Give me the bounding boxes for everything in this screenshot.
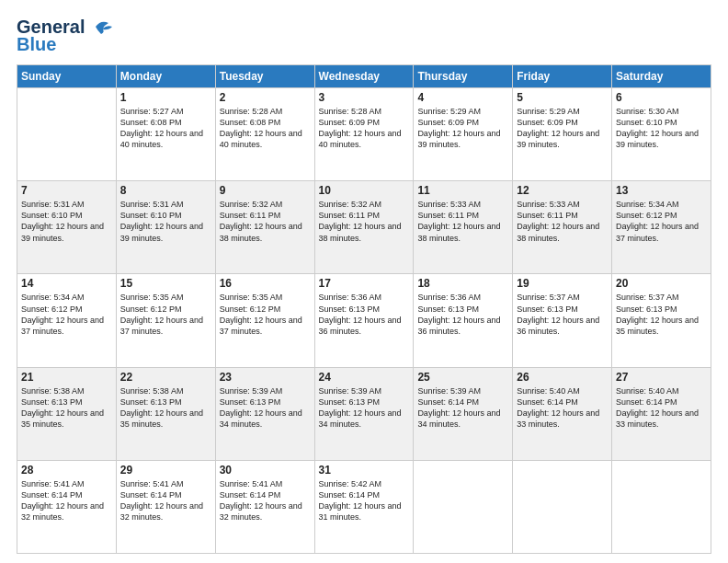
calendar-cell: 15Sunrise: 5:35 AM Sunset: 6:12 PM Dayli… <box>116 274 215 367</box>
day-info: Sunrise: 5:28 AM Sunset: 6:08 PM Dayligh… <box>220 106 311 151</box>
day-number: 22 <box>120 371 211 384</box>
calendar-cell: 27Sunrise: 5:40 AM Sunset: 6:14 PM Dayli… <box>612 367 711 460</box>
day-info: Sunrise: 5:35 AM Sunset: 6:12 PM Dayligh… <box>220 292 311 337</box>
calendar-cell: 21Sunrise: 5:38 AM Sunset: 6:13 PM Dayli… <box>17 367 117 460</box>
calendar-cell: 31Sunrise: 5:42 AM Sunset: 6:14 PM Dayli… <box>314 460 414 553</box>
calendar-cell: 29Sunrise: 5:41 AM Sunset: 6:14 PM Dayli… <box>116 460 215 553</box>
day-number: 18 <box>417 277 508 290</box>
day-number: 29 <box>120 464 211 477</box>
day-info: Sunrise: 5:40 AM Sunset: 6:14 PM Dayligh… <box>616 385 707 431</box>
day-info: Sunrise: 5:32 AM Sunset: 6:11 PM Dayligh… <box>319 199 410 244</box>
header-monday: Monday <box>116 65 215 88</box>
day-number: 2 <box>220 91 311 104</box>
calendar-cell: 4Sunrise: 5:29 AM Sunset: 6:09 PM Daylig… <box>414 88 513 181</box>
day-number: 19 <box>517 277 608 290</box>
calendar-cell: 5Sunrise: 5:29 AM Sunset: 6:09 PM Daylig… <box>513 88 612 181</box>
day-number: 31 <box>319 464 410 477</box>
day-number: 26 <box>517 371 608 384</box>
header-sunday: Sunday <box>17 65 117 88</box>
day-info: Sunrise: 5:33 AM Sunset: 6:11 PM Dayligh… <box>417 199 508 244</box>
calendar-table: Sunday Monday Tuesday Wednesday Thursday… <box>17 64 711 554</box>
day-number: 17 <box>319 277 410 290</box>
calendar-cell: 10Sunrise: 5:32 AM Sunset: 6:11 PM Dayli… <box>314 181 414 274</box>
calendar-week-row: 1Sunrise: 5:27 AM Sunset: 6:08 PM Daylig… <box>17 88 711 181</box>
day-number: 13 <box>616 184 707 197</box>
day-info: Sunrise: 5:31 AM Sunset: 6:10 PM Dayligh… <box>21 199 112 244</box>
day-info: Sunrise: 5:40 AM Sunset: 6:14 PM Dayligh… <box>517 385 608 431</box>
day-number: 4 <box>417 91 508 104</box>
day-number: 8 <box>120 184 211 197</box>
day-number: 9 <box>220 184 311 197</box>
calendar-cell: 3Sunrise: 5:28 AM Sunset: 6:09 PM Daylig… <box>314 88 414 181</box>
calendar-week-row: 7Sunrise: 5:31 AM Sunset: 6:10 PM Daylig… <box>17 181 711 274</box>
day-info: Sunrise: 5:36 AM Sunset: 6:13 PM Dayligh… <box>417 292 508 337</box>
header-tuesday: Tuesday <box>215 65 314 88</box>
day-info: Sunrise: 5:31 AM Sunset: 6:10 PM Dayligh… <box>120 199 211 244</box>
day-number: 20 <box>616 277 707 290</box>
day-info: Sunrise: 5:41 AM Sunset: 6:14 PM Dayligh… <box>220 478 311 523</box>
day-info: Sunrise: 5:29 AM Sunset: 6:09 PM Dayligh… <box>417 106 508 151</box>
day-info: Sunrise: 5:36 AM Sunset: 6:13 PM Dayligh… <box>319 292 410 337</box>
calendar-cell: 7Sunrise: 5:31 AM Sunset: 6:10 PM Daylig… <box>17 181 117 274</box>
day-info: Sunrise: 5:39 AM Sunset: 6:13 PM Dayligh… <box>319 385 410 431</box>
day-number: 24 <box>319 371 410 384</box>
day-number: 12 <box>517 184 608 197</box>
header-wednesday: Wednesday <box>314 65 414 88</box>
logo-bird-icon <box>88 17 116 38</box>
calendar-cell: 14Sunrise: 5:34 AM Sunset: 6:12 PM Dayli… <box>17 274 117 367</box>
calendar-cell: 6Sunrise: 5:30 AM Sunset: 6:10 PM Daylig… <box>612 88 711 181</box>
day-info: Sunrise: 5:37 AM Sunset: 6:13 PM Dayligh… <box>517 292 608 337</box>
calendar-cell <box>414 460 513 553</box>
page: General Blue Sunday Monday Tuesday Wedne… <box>0 0 728 563</box>
calendar-cell: 20Sunrise: 5:37 AM Sunset: 6:13 PM Dayli… <box>612 274 711 367</box>
calendar-cell: 8Sunrise: 5:31 AM Sunset: 6:10 PM Daylig… <box>116 181 215 274</box>
header-thursday: Thursday <box>414 65 513 88</box>
day-number: 25 <box>417 371 508 384</box>
day-number: 30 <box>220 464 311 477</box>
day-number: 6 <box>616 91 707 104</box>
day-number: 14 <box>21 277 112 290</box>
day-number: 16 <box>220 277 311 290</box>
day-number: 11 <box>417 184 508 197</box>
day-info: Sunrise: 5:41 AM Sunset: 6:14 PM Dayligh… <box>120 478 211 523</box>
day-number: 1 <box>120 91 211 104</box>
calendar-cell <box>612 460 711 553</box>
day-info: Sunrise: 5:32 AM Sunset: 6:11 PM Dayligh… <box>220 199 311 244</box>
day-info: Sunrise: 5:38 AM Sunset: 6:13 PM Dayligh… <box>21 385 112 431</box>
weekday-header-row: Sunday Monday Tuesday Wednesday Thursday… <box>17 65 711 88</box>
calendar-cell: 30Sunrise: 5:41 AM Sunset: 6:14 PM Dayli… <box>215 460 314 553</box>
header-friday: Friday <box>513 65 612 88</box>
calendar-week-row: 28Sunrise: 5:41 AM Sunset: 6:14 PM Dayli… <box>17 460 711 553</box>
calendar-cell: 16Sunrise: 5:35 AM Sunset: 6:12 PM Dayli… <box>215 274 314 367</box>
calendar-cell: 13Sunrise: 5:34 AM Sunset: 6:12 PM Dayli… <box>612 181 711 274</box>
day-number: 15 <box>120 277 211 290</box>
day-info: Sunrise: 5:28 AM Sunset: 6:09 PM Dayligh… <box>319 106 410 151</box>
day-info: Sunrise: 5:29 AM Sunset: 6:09 PM Dayligh… <box>517 106 608 151</box>
day-number: 7 <box>21 184 112 197</box>
day-info: Sunrise: 5:41 AM Sunset: 6:14 PM Dayligh… <box>21 478 112 523</box>
calendar-cell: 18Sunrise: 5:36 AM Sunset: 6:13 PM Dayli… <box>414 274 513 367</box>
calendar-cell: 25Sunrise: 5:39 AM Sunset: 6:14 PM Dayli… <box>414 367 513 460</box>
day-info: Sunrise: 5:30 AM Sunset: 6:10 PM Dayligh… <box>616 106 707 151</box>
calendar-cell <box>17 88 117 181</box>
calendar-cell: 24Sunrise: 5:39 AM Sunset: 6:13 PM Dayli… <box>314 367 414 460</box>
calendar-cell: 28Sunrise: 5:41 AM Sunset: 6:14 PM Dayli… <box>17 460 117 553</box>
day-info: Sunrise: 5:27 AM Sunset: 6:08 PM Dayligh… <box>120 106 211 151</box>
calendar-week-row: 14Sunrise: 5:34 AM Sunset: 6:12 PM Dayli… <box>17 274 711 367</box>
day-number: 27 <box>616 371 707 384</box>
day-number: 28 <box>21 464 112 477</box>
calendar-cell: 9Sunrise: 5:32 AM Sunset: 6:11 PM Daylig… <box>215 181 314 274</box>
header: General Blue <box>17 17 711 55</box>
calendar-cell: 2Sunrise: 5:28 AM Sunset: 6:08 PM Daylig… <box>215 88 314 181</box>
calendar-cell: 12Sunrise: 5:33 AM Sunset: 6:11 PM Dayli… <box>513 181 612 274</box>
logo: General Blue <box>17 17 116 55</box>
day-info: Sunrise: 5:33 AM Sunset: 6:11 PM Dayligh… <box>517 199 608 244</box>
calendar-week-row: 21Sunrise: 5:38 AM Sunset: 6:13 PM Dayli… <box>17 367 711 460</box>
logo-text-blue: Blue <box>17 34 56 55</box>
calendar-cell: 11Sunrise: 5:33 AM Sunset: 6:11 PM Dayli… <box>414 181 513 274</box>
day-number: 3 <box>319 91 410 104</box>
day-number: 5 <box>517 91 608 104</box>
day-number: 23 <box>220 371 311 384</box>
calendar-cell: 22Sunrise: 5:38 AM Sunset: 6:13 PM Dayli… <box>116 367 215 460</box>
calendar-cell: 23Sunrise: 5:39 AM Sunset: 6:13 PM Dayli… <box>215 367 314 460</box>
